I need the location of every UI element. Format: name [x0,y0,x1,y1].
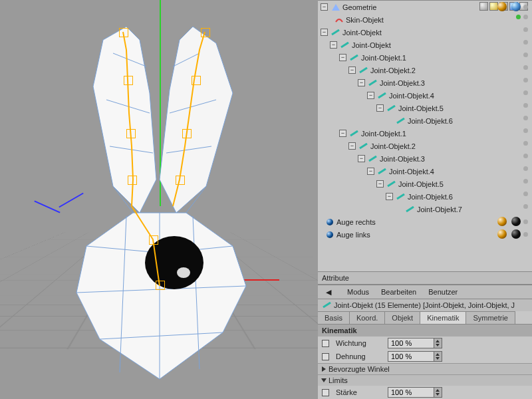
material-tag-icon[interactable] [511,2,521,11]
joint-icon [323,301,332,310]
om-item-joint[interactable]: Joint-Objekt.6 [318,114,532,127]
joint-icon [331,28,340,37]
group-bevorzugte-winkel[interactable]: Bevorzugte Winkel [318,363,532,374]
spinner-icon[interactable] [434,387,442,398]
expand-toggle[interactable]: − [367,92,374,99]
om-item-geometrie[interactable]: − Geometrie [318,1,532,13]
tab-objekt[interactable]: Objekt [385,311,420,324]
viewport-3d[interactable] [0,0,318,399]
expand-toggle[interactable]: − [376,180,384,188]
visibility-dot[interactable] [523,90,528,95]
expand-toggle[interactable]: − [330,41,337,49]
visibility-dot[interactable] [523,166,528,171]
visibility-dot[interactable] [523,5,528,9]
material-tag-icon[interactable] [511,217,521,226]
tab-kinematik[interactable]: Kinematik [420,311,466,324]
expand-toggle[interactable]: − [339,130,346,137]
spinner-icon[interactable] [434,338,442,348]
tab-koord[interactable]: Koord. [350,311,385,324]
om-item-label: Joint-Objekt.5 [398,104,444,112]
om-item-label: Joint-Objekt [352,41,391,49]
om-item-eye-right[interactable]: Auge rechts [318,215,532,228]
joint-handle[interactable] [205,32,207,35]
joint-handle[interactable] [123,32,126,35]
om-item-joint[interactable]: −Joint-Objekt.1 [318,127,532,140]
visibility-dot[interactable] [523,141,528,146]
om-item-joint[interactable]: − Joint-Objekt [318,39,532,51]
anim-key-checkbox[interactable] [322,389,329,396]
tab-symmetrie[interactable]: Symmetrie [466,311,515,324]
joint-handle[interactable] [186,133,189,136]
visibility-dot[interactable] [523,192,528,196]
visibility-dot[interactable] [523,65,528,70]
joint-handle[interactable] [160,285,162,287]
material-tag-icon[interactable] [497,217,507,226]
joint-handle[interactable] [132,180,134,182]
om-item-eye-left[interactable]: Auge links [318,228,532,241]
om-item-joint[interactable]: −Joint-Objekt.3 [318,152,532,165]
material-tag-icon[interactable] [511,229,521,239]
menu-modus[interactable]: Modus [347,288,369,296]
om-item-joint[interactable]: −Joint-Objekt.1 [318,51,532,64]
spinner-icon[interactable] [434,351,442,362]
om-item-joint[interactable]: −Joint-Objekt.5 [318,102,532,114]
om-item-joint[interactable]: −Joint-Objekt.4 [318,89,532,102]
expand-toggle[interactable]: − [367,168,374,175]
visibility-dot[interactable] [523,204,528,209]
staerke-input[interactable] [388,387,434,398]
back-icon[interactable]: ◀ [324,287,333,297]
visibility-dot[interactable] [523,154,528,158]
anim-key-checkbox[interactable] [322,353,329,360]
menu-benutzer[interactable]: Benutzer [428,288,458,296]
om-item-joint[interactable]: −Joint-Objekt.2 [318,140,532,152]
visibility-dot[interactable] [523,116,528,120]
om-item-joint[interactable]: Joint-Objekt.7 [318,203,532,215]
group-limits[interactable]: Limits [318,374,532,386]
visibility-dot[interactable] [523,15,528,19]
material-tag-icon[interactable] [497,2,507,11]
expand-toggle[interactable]: − [348,142,356,150]
om-item-joint[interactable]: −Joint-Objekt.3 [318,76,532,89]
om-item-joint[interactable]: −Joint-Objekt.5 [318,178,532,190]
visibility-dot[interactable] [523,103,528,108]
visibility-dot[interactable] [523,128,528,133]
om-item-joint[interactable]: −Joint-Objekt.6 [318,190,532,203]
expand-toggle[interactable]: − [339,54,346,61]
expand-toggle[interactable]: − [321,29,328,36]
dehnung-input[interactable] [388,351,434,362]
om-item-joint-root[interactable]: − Joint-Objekt [318,26,532,39]
joint-handle[interactable] [130,133,133,136]
joint-handle[interactable] [128,80,130,82]
expand-toggle[interactable]: − [358,79,365,86]
visibility-dot[interactable] [523,232,528,237]
om-item-skin[interactable]: Skin-Objekt [318,13,532,26]
joint-handle[interactable] [153,239,156,242]
expand-toggle[interactable]: − [376,104,384,112]
menu-bearbeiten[interactable]: Bearbeiten [381,288,416,296]
expand-toggle[interactable]: − [348,66,356,74]
joint-handle[interactable] [196,80,198,82]
anim-key-checkbox[interactable] [322,340,329,347]
mesh-rabbit-head[interactable] [47,13,273,386]
visibility-dot[interactable] [523,78,528,82]
om-item-label: Skin-Objekt [346,16,384,24]
group-label: Limits [329,376,348,384]
visibility-dot[interactable] [523,40,528,45]
om-item-joint[interactable]: −Joint-Objekt.2 [318,64,532,76]
sphere-icon [327,219,333,225]
wichtung-input[interactable] [388,338,434,348]
visibility-dot[interactable] [523,53,528,57]
visibility-dot[interactable] [523,27,528,32]
expand-toggle[interactable]: − [358,155,365,162]
visibility-dot[interactable] [523,219,528,224]
tab-basis[interactable]: Basis [318,311,350,324]
visibility-dot[interactable] [523,179,528,184]
joint-handle[interactable] [180,180,182,182]
enable-dot[interactable] [516,15,521,19]
expand-toggle[interactable]: − [321,3,328,11]
param-label: Dehnung [336,352,384,360]
object-manager[interactable]: − Geometrie Skin-Objekt − Joint-Objekt −… [318,0,532,271]
expand-toggle[interactable]: − [386,193,393,200]
material-tag-icon[interactable] [497,229,507,239]
om-item-joint[interactable]: −Joint-Objekt.4 [318,165,532,178]
